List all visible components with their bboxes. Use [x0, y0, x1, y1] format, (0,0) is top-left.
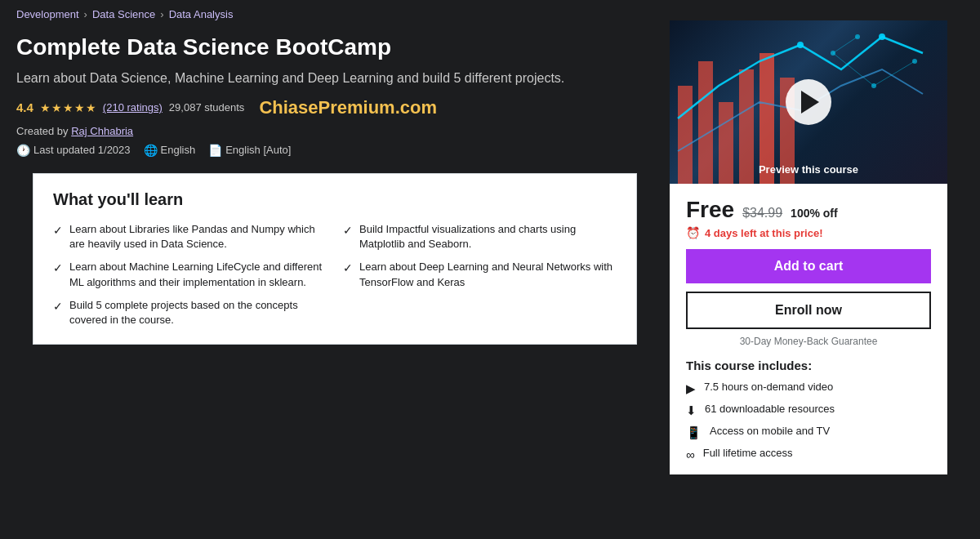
language-text: English: [161, 144, 196, 156]
includes-item-video: ▶ 7.5 hours on-demand video: [686, 381, 931, 396]
price-row: Free $34.99 100% off: [686, 197, 931, 223]
price-original: $34.99: [742, 206, 782, 220]
countdown-clock-icon: ⏰: [686, 226, 700, 239]
includes-list: ▶ 7.5 hours on-demand video ⬇ 61 downloa…: [686, 381, 931, 461]
breadcrumb-sep-2: ›: [160, 8, 163, 20]
breadcrumb: Development › Data Science › Data Analys…: [16, 8, 233, 20]
svg-line-9: [874, 61, 915, 86]
check-icon-3: ✓: [53, 299, 63, 315]
main-layout: Complete Data Science BootCamp Learn abo…: [0, 20, 980, 474]
learn-item-3: ✓ Build 5 complete projects based on the…: [53, 298, 327, 327]
preview-label: Preview this course: [759, 163, 858, 176]
meta-row: 🕐 Last updated 1/2023 🌐 English 📄 Englis…: [16, 144, 653, 157]
video-icon: ▶: [686, 381, 696, 396]
discount-badge: 100% off: [791, 207, 838, 220]
learn-text-4: Build Impactful visualizations and chart…: [359, 222, 617, 252]
money-back-guarantee: 30-Day Money-Back Guarantee: [686, 336, 931, 347]
enroll-now-button[interactable]: Enroll now: [686, 292, 931, 329]
check-icon-1: ✓: [53, 223, 63, 239]
pricing-box: Free $34.99 100% off ⏰ 4 days left at th…: [670, 184, 947, 474]
learn-item-1: ✓ Learn about Libraries like Pandas and …: [53, 222, 327, 252]
svg-point-14: [855, 34, 860, 39]
learn-item-5: ✓ Learn about Deep Learning and Neural N…: [343, 260, 617, 289]
svg-line-10: [833, 37, 858, 53]
learn-section: What you'll learn ✓ Learn about Librarie…: [33, 173, 637, 345]
includes-text-video: 7.5 hours on-demand video: [704, 381, 833, 393]
check-icon-4: ✓: [343, 223, 353, 239]
learn-text-5: Learn about Deep Learning and Neural Net…: [359, 260, 617, 289]
svg-point-7: [879, 33, 885, 40]
breadcrumb-item-3[interactable]: Data Analysis: [169, 8, 234, 20]
learn-text-1: Learn about Libraries like Pandas and Nu…: [69, 222, 327, 252]
author-link[interactable]: Raj Chhabria: [71, 125, 133, 137]
includes-text-lifetime: Full lifetime access: [703, 447, 793, 459]
rating-row: 4.4 ★ ★ ★ ★ ★ (210 ratings) 29,087 stude…: [16, 97, 653, 118]
star-1: ★: [40, 101, 51, 114]
countdown: ⏰ 4 days left at this price!: [686, 226, 931, 239]
svg-rect-0: [678, 86, 693, 184]
add-to-cart-button[interactable]: Add to cart: [686, 249, 931, 283]
play-button[interactable]: [786, 79, 831, 125]
caption-item: 📄 English [Auto]: [208, 144, 291, 157]
includes-title: This course includes:: [686, 359, 931, 372]
breadcrumb-sep-1: ›: [84, 8, 87, 20]
learn-grid: ✓ Learn about Libraries like Pandas and …: [53, 222, 617, 327]
svg-point-13: [912, 59, 917, 64]
learn-text-2: Learn about Machine Learning LifeCycle a…: [69, 260, 327, 289]
caption-text: English [Auto]: [225, 144, 291, 156]
play-icon: [801, 91, 819, 114]
course-title: Complete Data Science BootCamp: [16, 33, 653, 61]
right-column: Preview this course Free $34.99 100% off…: [670, 20, 947, 474]
download-icon: ⬇: [686, 403, 697, 418]
star-5-half: ★: [86, 101, 96, 114]
includes-text-mobile: Access on mobile and TV: [710, 425, 830, 437]
breadcrumb-item-2[interactable]: Data Science: [92, 8, 155, 20]
infinity-icon: ∞: [686, 448, 695, 461]
star-rating: ★ ★ ★ ★ ★: [40, 101, 96, 114]
check-icon-5: ✓: [343, 261, 353, 277]
includes-item-download: ⬇ 61 downloadable resources: [686, 403, 931, 418]
students-count: 29,087 students: [169, 101, 245, 114]
course-preview[interactable]: Preview this course: [670, 20, 947, 184]
star-3: ★: [63, 101, 74, 114]
svg-rect-1: [698, 61, 713, 184]
learn-text-3: Build 5 complete projects based on the c…: [69, 298, 327, 327]
svg-point-6: [797, 42, 804, 48]
breadcrumb-item-1[interactable]: Development: [16, 8, 79, 20]
globe-icon: 🌐: [144, 144, 158, 157]
learn-title: What you'll learn: [53, 190, 617, 209]
mobile-icon: 📱: [686, 425, 702, 440]
check-icon-2: ✓: [53, 261, 63, 277]
created-by: Created by Raj Chhabria: [16, 125, 653, 137]
left-column: Complete Data Science BootCamp Learn abo…: [0, 20, 670, 474]
includes-section: This course includes: ▶ 7.5 hours on-dem…: [686, 359, 931, 461]
caption-icon: 📄: [208, 144, 222, 157]
star-2: ★: [51, 101, 62, 114]
svg-point-11: [831, 51, 835, 56]
svg-rect-3: [739, 69, 754, 184]
includes-text-download: 61 downloadable resources: [705, 403, 835, 415]
watermark: ChiasePremium.com: [259, 97, 437, 118]
language-item: 🌐 English: [144, 144, 196, 157]
last-updated-text: Last updated 1/2023: [33, 144, 131, 156]
course-subtitle: Learn about Data Science, Machine Learni…: [16, 69, 572, 87]
svg-point-12: [871, 83, 876, 88]
breadcrumb-section: Development › Data Science › Data Analys…: [0, 0, 980, 20]
svg-rect-2: [719, 102, 733, 184]
last-updated: 🕐 Last updated 1/2023: [16, 144, 131, 157]
rating-score: 4.4: [16, 100, 33, 114]
countdown-text: 4 days left at this price!: [705, 227, 823, 239]
star-4: ★: [74, 101, 85, 114]
includes-item-mobile: 📱 Access on mobile and TV: [686, 425, 931, 440]
includes-item-lifetime: ∞ Full lifetime access: [686, 447, 931, 461]
rating-count[interactable]: (210 ratings): [103, 101, 163, 114]
price-free: Free: [686, 197, 734, 223]
learn-item-2: ✓ Learn about Machine Learning LifeCycle…: [53, 260, 327, 289]
learn-item-4: ✓ Build Impactful visualizations and cha…: [343, 222, 617, 252]
created-by-label: Created by: [16, 125, 69, 137]
clock-icon: 🕐: [16, 144, 30, 157]
